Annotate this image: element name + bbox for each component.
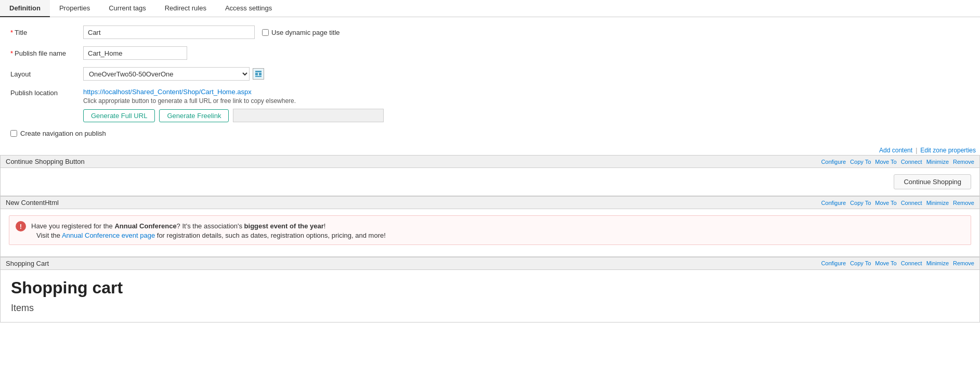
publish-location-content: https://localhost/Shared_Content/Shop/Ca… [83, 88, 384, 122]
layout-label: Layout [10, 70, 83, 78]
publish-file-input[interactable] [83, 46, 187, 60]
cart-heading: Shopping cart [11, 278, 969, 298]
continue-shopping-title: Continue Shopping Button [6, 158, 85, 165]
new-content-html-header: New ContentHtml Configure Copy To Move T… [1, 197, 979, 209]
publish-buttons: Generate Full URL Generate Freelink [83, 109, 384, 122]
publish-file-row: *Publish file name [10, 46, 970, 60]
svg-rect-0 [255, 71, 262, 72]
layout-select[interactable]: OneOverTwo50-50OverOne [83, 67, 250, 81]
svg-rect-3 [255, 76, 262, 77]
add-content-link[interactable]: Add content [879, 147, 912, 154]
move-to-link-3[interactable]: Move To [875, 260, 896, 266]
copy-to-link-2[interactable]: Copy To [850, 200, 871, 206]
connect-link-1[interactable]: Connect [901, 159, 922, 165]
tab-bar: Definition Properties Current tags Redir… [0, 0, 980, 17]
alert-icon: ! [16, 221, 26, 231]
continue-shopping-actions: Configure Copy To Move To Connect Minimi… [821, 159, 974, 165]
zone-header: Add content | Edit zone properties [0, 146, 980, 155]
generate-full-url-button[interactable]: Generate Full URL [83, 109, 155, 122]
connect-link-2[interactable]: Connect [901, 200, 922, 206]
tab-properties[interactable]: Properties [50, 0, 99, 17]
configure-link-2[interactable]: Configure [821, 200, 846, 206]
layout-row: Layout OneOverTwo50-50OverOne [10, 67, 970, 81]
publish-location-desc: Click appropriate button to generate a f… [83, 97, 384, 105]
remove-link-2[interactable]: Remove [953, 200, 974, 206]
nav-checkbox[interactable] [10, 130, 17, 137]
cart-subheading: Items [11, 303, 969, 314]
remove-link-3[interactable]: Remove [953, 260, 974, 266]
nav-checkbox-label: Create navigation on publish [20, 130, 106, 137]
new-content-html-actions: Configure Copy To Move To Connect Minimi… [821, 200, 974, 206]
publish-location-label: Publish location [10, 88, 83, 97]
continue-shopping-body: Continue Shopping [1, 168, 979, 196]
remove-link-1[interactable]: Remove [953, 159, 974, 165]
copy-to-link-1[interactable]: Copy To [850, 159, 871, 165]
configure-link-3[interactable]: Configure [821, 260, 846, 266]
new-content-html-block: New ContentHtml Configure Copy To Move T… [0, 196, 980, 257]
shopping-cart-actions: Configure Copy To Move To Connect Minimi… [821, 260, 974, 266]
annual-conference-link[interactable]: Annual Conference event page [62, 231, 155, 239]
new-content-html-body: ! Have you registered for the Annual Con… [1, 209, 979, 256]
move-to-link-2[interactable]: Move To [875, 200, 896, 206]
url-copy-input[interactable] [233, 109, 384, 122]
layout-icon-button[interactable] [253, 68, 264, 80]
required-dot: * [10, 29, 13, 36]
shopping-cart-header: Shopping Cart Configure Copy To Move To … [1, 257, 979, 270]
tab-definition[interactable]: Definition [0, 0, 50, 17]
continue-shopping-header: Continue Shopping Button Configure Copy … [1, 156, 979, 168]
dynamic-title-checkbox[interactable] [262, 29, 269, 36]
svg-rect-1 [255, 73, 258, 75]
copy-to-link-3[interactable]: Copy To [850, 260, 871, 266]
layout-controls: OneOverTwo50-50OverOne [83, 67, 264, 81]
required-dot2: * [10, 49, 13, 57]
connect-link-3[interactable]: Connect [901, 260, 922, 266]
alert-text-line2: Visit the Annual Conference event page f… [31, 231, 386, 239]
publish-file-label: *Publish file name [10, 49, 83, 57]
shopping-cart-body: Shopping cart Items [1, 270, 979, 322]
alert-text-line1: Have you registered for the Annual Confe… [31, 221, 386, 231]
move-to-link-1[interactable]: Move To [875, 159, 896, 165]
definition-panel: *Title Use dynamic page title *Publish f… [0, 17, 980, 146]
shopping-cart-block: Shopping Cart Configure Copy To Move To … [0, 257, 980, 322]
minimize-link-3[interactable]: Minimize [926, 260, 949, 266]
nav-checkbox-row: Create navigation on publish [10, 130, 970, 137]
tab-access-settings[interactable]: Access settings [216, 0, 281, 17]
publish-location-row: Publish location https://localhost/Share… [10, 88, 970, 122]
shopping-cart-title: Shopping Cart [6, 260, 49, 267]
svg-rect-2 [259, 73, 262, 75]
dynamic-title-label: Use dynamic page title [262, 29, 340, 36]
alert-content: Have you registered for the Annual Confe… [31, 221, 386, 239]
minimize-link-1[interactable]: Minimize [926, 159, 949, 165]
title-row: *Title Use dynamic page title [10, 25, 970, 39]
tab-current-tags[interactable]: Current tags [99, 0, 155, 17]
generate-freelink-button[interactable]: Generate Freelink [159, 109, 229, 122]
continue-shopping-block: Continue Shopping Button Configure Copy … [0, 155, 980, 196]
new-content-html-title: New ContentHtml [6, 199, 59, 207]
title-label: *Title [10, 29, 83, 36]
tab-redirect-rules[interactable]: Redirect rules [155, 0, 216, 17]
continue-shopping-button[interactable]: Continue Shopping [894, 174, 971, 189]
edit-zone-link[interactable]: Edit zone properties [920, 147, 976, 154]
alert-block: ! Have you registered for the Annual Con… [9, 215, 971, 245]
minimize-link-2[interactable]: Minimize [926, 200, 949, 206]
title-input[interactable] [83, 25, 255, 39]
configure-link-1[interactable]: Configure [821, 159, 846, 165]
publish-location-url[interactable]: https://localhost/Shared_Content/Shop/Ca… [83, 88, 252, 96]
